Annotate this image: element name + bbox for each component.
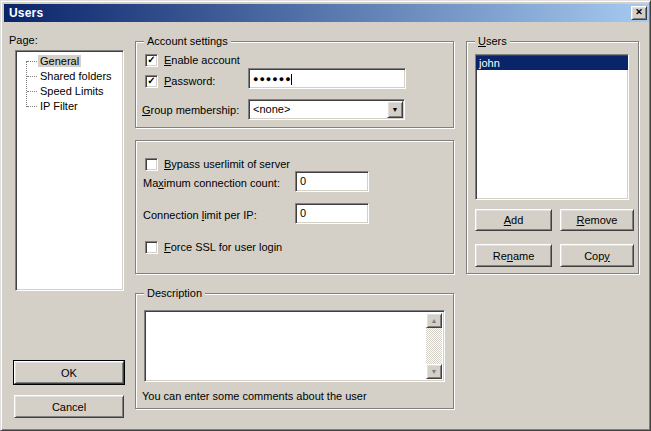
checkmark-icon: ✓ (147, 76, 155, 86)
page-label: Page: (9, 34, 38, 47)
arrow-up-icon: ▲ (431, 317, 438, 324)
bypass-userlimit-label[interactable]: Bypass userlimit of server (164, 158, 290, 171)
dropdown-button[interactable]: ▼ (387, 101, 403, 118)
connection-limit-per-ip-label: Connection limit per IP: (143, 209, 257, 222)
description-value[interactable] (147, 313, 426, 379)
force-ssl-label[interactable]: Force SSL for user login (164, 241, 282, 254)
page-tree[interactable]: General Shared folders Speed Limits IP F… (15, 50, 124, 291)
close-button[interactable]: ✕ (631, 6, 647, 20)
users-list-item[interactable]: john (476, 56, 628, 70)
vertical-scrollbar[interactable]: ▲ ▼ (426, 313, 442, 379)
description-hint: You can enter some comments about the us… (142, 390, 367, 403)
scroll-down-button[interactable]: ▼ (426, 364, 442, 379)
rename-button[interactable]: Rename (475, 244, 552, 267)
checkmark-icon: ✓ (147, 55, 155, 65)
max-connection-count-input[interactable]: 0 (295, 171, 369, 192)
chevron-down-icon: ▼ (392, 106, 399, 113)
max-connection-count-value: 0 (296, 175, 306, 187)
description-group: Description ▲ ▼ You can enter some comme… (135, 293, 454, 409)
users-group: Users john Add Remove Rename Copy (466, 41, 639, 274)
password-label[interactable]: Password: (164, 75, 215, 88)
add-button[interactable]: Add (475, 209, 552, 231)
cancel-button-label: Cancel (52, 401, 86, 413)
enable-account-checkbox[interactable]: ✓ (145, 54, 158, 67)
copy-button[interactable]: Copy (560, 244, 634, 267)
enable-account-label[interactable]: Enable account (164, 54, 240, 67)
tree-branch-icon (27, 76, 37, 77)
password-value: ●●●●●● (249, 74, 292, 84)
users-list[interactable]: john (475, 54, 629, 200)
bypass-userlimit-checkbox[interactable] (145, 158, 158, 171)
description-group-title: Description (144, 287, 205, 300)
account-settings-group-title: Account settings (144, 35, 231, 48)
scrollbar-track[interactable] (426, 328, 442, 364)
tree-branch-icon (27, 91, 37, 92)
tree-item-label: General (38, 55, 81, 67)
description-textarea[interactable]: ▲ ▼ (144, 310, 445, 382)
tree-branch-icon (27, 106, 37, 107)
users-dialog-window: Users ✕ Page: General Shared folders Spe… (0, 0, 651, 431)
scroll-up-button[interactable]: ▲ (426, 313, 442, 328)
tree-item-label: IP Filter (38, 100, 80, 112)
tree-item-speed-limits[interactable]: Speed Limits (16, 84, 123, 99)
window-title: Users (4, 6, 43, 20)
users-group-title: Users (475, 35, 510, 48)
tree-item-label: Shared folders (38, 70, 114, 82)
arrow-down-icon: ▼ (431, 368, 438, 375)
ok-button[interactable]: OK (14, 361, 124, 384)
tree-item-shared-folders[interactable]: Shared folders (16, 69, 123, 84)
connection-limit-per-ip-input[interactable]: 0 (295, 203, 369, 224)
close-icon: ✕ (635, 8, 643, 17)
password-input[interactable]: ●●●●●● (248, 68, 406, 89)
tree-item-general[interactable]: General (16, 54, 123, 69)
ok-button-label: OK (61, 367, 77, 379)
password-checkbox[interactable]: ✓ (145, 75, 158, 88)
cancel-button[interactable]: Cancel (14, 395, 124, 418)
titlebar[interactable]: Users ✕ (4, 4, 649, 22)
group-membership-value: <none> (249, 103, 290, 115)
account-settings-group: Account settings ✓ Enable account ✓ Pass… (135, 41, 454, 128)
connection-settings-group: Bypass userlimit of server Maximum conne… (135, 140, 454, 274)
max-connection-count-label: Maximum connection count: (143, 177, 280, 190)
tree-item-label: Speed Limits (38, 85, 106, 97)
group-membership-label: Group membership: (142, 104, 239, 117)
text-caret (291, 74, 292, 85)
group-membership-select[interactable]: <none> ▼ (248, 99, 405, 120)
tree-branch-icon (27, 61, 37, 62)
force-ssl-checkbox[interactable] (145, 241, 158, 254)
remove-button[interactable]: Remove (560, 209, 634, 231)
tree-item-ip-filter[interactable]: IP Filter (16, 99, 123, 114)
connection-limit-per-ip-value: 0 (296, 207, 306, 219)
